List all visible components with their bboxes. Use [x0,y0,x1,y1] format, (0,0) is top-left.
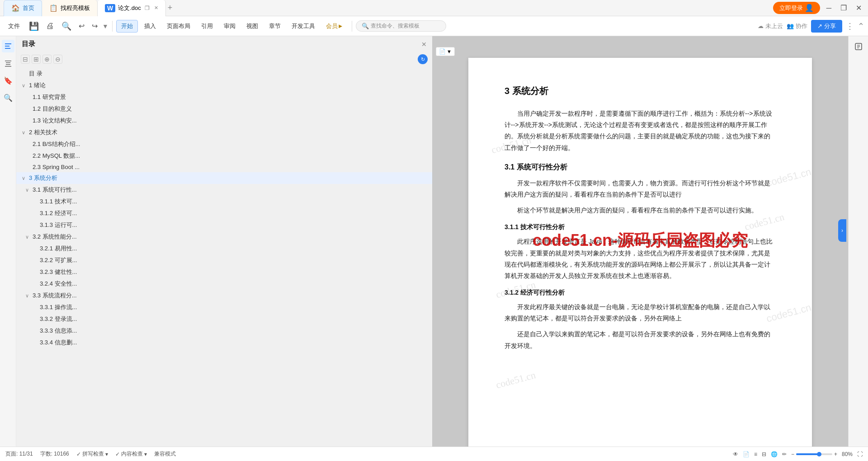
review-tab[interactable]: 审阅 [219,20,240,32]
toc-item-3-3-3[interactable]: 3.3.3 信息添... [16,325,432,337]
file-menu[interactable]: 文件 [4,20,24,32]
zoom-slider-thumb [817,452,821,456]
markup-btn[interactable]: ✏ [782,451,787,457]
collab-button[interactable]: 👥 协作 [787,22,807,30]
tab-doc-restore[interactable]: ❐ [145,5,150,11]
insert-tab[interactable]: 插入 [140,20,160,32]
toc-item-3-1[interactable]: ∨ 3.1 系统可行性... [16,184,432,196]
maximize-button[interactable]: ❐ [838,4,849,12]
collapse-ribbon-icon[interactable]: ⌃ [858,21,864,31]
para-312-cont: 还是自己入学以来购置的笔记本，都是可以符合开发要求的设备，另外在网络上也有免费的… [505,329,776,351]
toc-item-3-2-3[interactable]: 3.2.3 健壮性... [16,266,432,278]
layout-tab[interactable]: 页面布局 [162,20,195,32]
toc-item-3-2-1[interactable]: 3.2.1 易用性... [16,243,432,254]
share-button[interactable]: ↗ 分享 [811,20,842,33]
minimize-button[interactable]: ─ [824,4,834,12]
toc-item-3-2-2[interactable]: 3.2.2 可扩展... [16,254,432,266]
toc-item-1-2[interactable]: 1.2 目的和意义 [16,103,432,115]
toc-item-3-3-2[interactable]: 3.3.2 登录流... [16,313,432,325]
compat-mode-btn[interactable]: 兼容模式 [154,450,176,458]
zoom-out-btn[interactable]: − [791,451,794,457]
right-edge-collapse[interactable]: › [838,219,846,242]
toc-item-3-3-4[interactable]: 3.3.4 信息删... [16,337,432,348]
sidebar-icon-bookmark[interactable]: 🔖 [2,74,14,87]
toc-item-3-1-2[interactable]: 3.1.2 经济可... [16,207,432,219]
toc-collapse-all[interactable]: ⊟ [21,55,30,64]
cloud-button[interactable]: ☁ 未上云 [758,22,783,30]
toc-label-2-1: 2.1 B/S结构介绍... [33,140,80,148]
tab-doc-close[interactable]: ✕ [154,5,158,11]
save-icon[interactable]: 💾 [26,19,42,33]
toc-item-1-1[interactable]: 1.1 研究背景 [16,91,432,103]
outline-mode-btn[interactable]: ≡ [754,451,757,457]
toc-item-3-1-1[interactable]: 3.1.1 技术可... [16,196,432,207]
toc-label-1-2: 1.2 目的和意义 [33,105,72,113]
toc-item-ch3[interactable]: ∨ 3 系统分析 [16,172,432,184]
redo-button[interactable]: ↪ [89,20,100,32]
spell-check-arrow: ▾ [105,451,108,457]
member-tab[interactable]: 会员► [321,20,348,32]
main-layout: 🔖 🔍 目录 ✕ ⊟ ⊞ ⊕ ⊖ ↻ 目 录 ∨ 1 绪论 [0,36,868,447]
sidebar-icon-toc[interactable] [2,40,14,52]
toc-item-ch2[interactable]: ∨ 2 相关技术 [16,127,432,138]
fullscreen-btn[interactable]: ⛶ [857,451,863,457]
intro-paragraph: 当用户确定开发一款程序时，是需要遵循下面的顺序进行工作，概括为：系统分析-->系… [505,108,776,154]
read-mode-btn[interactable]: 👁 [733,451,738,457]
sidebar-icon-search[interactable]: 🔍 [2,91,14,104]
toc-item-3-3[interactable]: ∨ 3.3 系统流程分... [16,290,432,301]
search-bar[interactable]: 🔍 查找命令、搜索模板 [356,20,446,32]
login-label: 立即登录 [779,4,803,12]
toc-item-contents[interactable]: 目 录 [16,68,432,80]
toc-add[interactable]: ⊕ [42,55,52,64]
zoom-slider[interactable] [796,453,832,455]
toc-close-icon[interactable]: ✕ [421,41,427,48]
toc-item-2-1[interactable]: 2.1 B/S结构介绍... [16,138,432,150]
toc-refresh[interactable]: ↻ [418,54,428,64]
toc-item-2-3[interactable]: 2.3 Spring Boot ... [16,162,432,172]
toc-label-2-2: 2.2 MySQL 数据... [33,152,80,160]
search-placeholder: 查找命令、搜索模板 [371,22,420,30]
toc-item-3-3-1[interactable]: 3.3.1 操作流... [16,301,432,313]
close-button[interactable]: ✕ [853,4,864,12]
view-tab[interactable]: 视图 [242,20,263,32]
toc-item-3-1-3[interactable]: 3.1.3 运行可... [16,219,432,231]
document-page: code51.cn code51.cn code51.cn code51.cn … [468,58,812,447]
tab-template[interactable]: 📋 找程亮模板 [42,0,98,16]
subsection-311-heading: 3.1.1 技术可行性分析 [505,223,776,231]
toc-item-3-2-4[interactable]: 3.2.4 安全性... [16,278,432,290]
spell-check-label: 拼写检查 [82,450,104,458]
reference-tab[interactable]: 引用 [197,20,217,32]
page-mode-btn[interactable]: 📄 [743,451,750,457]
tab-home[interactable]: 🏠 首页 [4,0,42,16]
content-check-btn[interactable]: ✓ 内容检查 ▾ [115,450,147,458]
zoom-in-btn[interactable]: + [834,451,837,457]
toc-label-3-2-3: 3.2.3 健壮性... [40,268,77,276]
content-check-label: 内容检查 [121,450,143,458]
toc-remove[interactable]: ⊖ [53,55,62,64]
undo-button[interactable]: ↩ [76,20,87,32]
toc-expand-all[interactable]: ⊞ [32,55,41,64]
login-button[interactable]: 立即登录 👤 [773,2,820,14]
toc-item-ch1[interactable]: ∨ 1 绪论 [16,80,432,91]
print-icon[interactable]: 🖨 [43,19,57,33]
devtools-tab[interactable]: 开发工具 [287,20,320,32]
more-menu-icon[interactable]: ⋮ [846,21,854,31]
new-tab-button[interactable]: + [168,3,173,13]
tab-doc[interactable]: W 论文.doc ❐ ✕ [98,0,166,16]
toc-item-2-2[interactable]: 2.2 MySQL 数据... [16,150,432,162]
split-view-btn[interactable]: ⊟ [762,451,766,457]
tab-template-label: 找程亮模板 [61,4,90,12]
page-info: 页面: 11/31 [5,450,33,458]
globe-btn[interactable]: 🌐 [771,451,778,457]
printpreview-icon[interactable]: 🔍 [59,19,74,33]
chapter-tab[interactable]: 章节 [264,20,285,32]
toc-item-3-2[interactable]: ∨ 3.2 系统性能分... [16,231,432,243]
toc-label-3-3-3: 3.3.3 信息添... [40,327,77,335]
doc-outline-btn[interactable]: 📄 ▼ [436,47,455,56]
toc-item-1-3[interactable]: 1.3 论文结构安... [16,115,432,127]
toc-label-3-2-1: 3.2.1 易用性... [40,245,77,253]
spell-check-btn[interactable]: ✓ 拼写检查 ▾ [76,450,108,458]
start-tab[interactable]: 开始 [116,20,138,33]
right-panel-btn-1[interactable] [852,40,865,53]
sidebar-icon-outline[interactable] [2,57,14,70]
